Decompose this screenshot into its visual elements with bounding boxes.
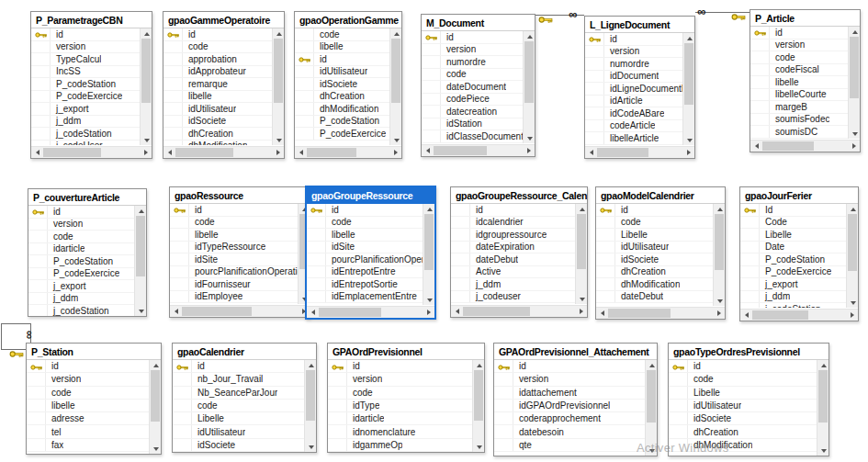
- scrollbar-track[interactable]: [608, 308, 713, 319]
- horizontal-scrollbar[interactable]: [295, 146, 401, 158]
- field-row[interactable]: libelleArticle: [585, 132, 682, 145]
- field-row[interactable]: id: [170, 204, 298, 217]
- scroll-right-icon[interactable]: [846, 310, 858, 321]
- scroll-up-icon[interactable]: [305, 360, 317, 370]
- scrollbar-thumb[interactable]: [762, 141, 814, 151]
- field-row[interactable]: idnomenclature: [328, 425, 472, 438]
- horizontal-scrollbar[interactable]: [422, 144, 535, 156]
- scroll-up-icon[interactable]: [135, 206, 147, 216]
- field-row[interactable]: dateDebut: [596, 291, 713, 304]
- scroll-up-icon[interactable]: [849, 27, 861, 37]
- relation-line-station-self-reference[interactable]: [1, 323, 31, 324]
- scrollbar-track[interactable]: [752, 310, 846, 321]
- scroll-down-icon[interactable]: [390, 135, 402, 145]
- field-row[interactable]: qte: [494, 439, 645, 452]
- scrollbar-thumb[interactable]: [463, 307, 530, 316]
- scroll-up-icon[interactable]: [141, 28, 152, 39]
- field-row[interactable]: id: [328, 360, 472, 373]
- field-row[interactable]: idDocument: [585, 71, 682, 84]
- field-row[interactable]: idUtilisateur: [596, 242, 713, 254]
- horizontal-scrollbar[interactable]: [585, 146, 694, 158]
- field-row[interactable]: P_codeStation: [295, 116, 389, 129]
- scroll-right-icon[interactable]: [682, 147, 694, 159]
- field-row[interactable]: code: [422, 69, 523, 82]
- table-header[interactable]: GPAOrdPrevisionnel: [328, 344, 484, 360]
- field-row[interactable]: P_codeExercice: [28, 268, 134, 281]
- scroll-down-icon[interactable]: [576, 294, 588, 304]
- scrollbar-thumb[interactable]: [597, 148, 648, 157]
- table-GPAOrdPrevisionnel[interactable]: GPAOrdPrevisionnelidversioncodeidTypeida…: [327, 343, 485, 453]
- field-row[interactable]: code: [596, 217, 713, 230]
- field-row[interactable]: idarticle: [328, 412, 472, 425]
- table-header[interactable]: gpaoOperationGamme: [295, 12, 401, 28]
- field-row[interactable]: idSociete: [596, 254, 713, 266]
- horizontal-scrollbar[interactable]: [740, 309, 858, 321]
- scroll-down-icon[interactable]: [423, 295, 435, 305]
- scroll-right-icon[interactable]: [848, 141, 860, 152]
- field-row[interactable]: idClasseDocument: [422, 130, 523, 143]
- scrollbar-thumb[interactable]: [43, 148, 101, 157]
- scrollbar-thumb[interactable]: [141, 39, 151, 103]
- field-row[interactable]: libelle: [307, 229, 423, 242]
- field-row[interactable]: dateDebut: [451, 254, 575, 266]
- scroll-up-icon[interactable]: [390, 28, 402, 39]
- field-row[interactable]: codePiece: [422, 94, 523, 107]
- field-row[interactable]: id: [494, 360, 645, 373]
- field-row[interactable]: id: [173, 360, 304, 373]
- field-row[interactable]: j_codeStation: [31, 128, 140, 141]
- field-row[interactable]: idSociete: [295, 78, 389, 91]
- scroll-left-icon[interactable]: [422, 145, 434, 157]
- field-row[interactable]: id: [31, 28, 140, 41]
- scroll-right-icon[interactable]: [140, 147, 152, 159]
- scroll-right-icon[interactable]: [423, 307, 434, 319]
- scroll-left-icon[interactable]: [307, 307, 319, 319]
- field-row[interactable]: Libelle: [596, 229, 713, 242]
- field-row[interactable]: idarticle: [28, 243, 134, 256]
- scroll-left-icon[interactable]: [750, 141, 762, 152]
- field-row[interactable]: id: [669, 360, 817, 373]
- field-row[interactable]: code: [295, 28, 389, 41]
- scroll-left-icon[interactable]: [31, 147, 43, 159]
- field-row[interactable]: id: [307, 204, 423, 217]
- field-row[interactable]: pourcPlanificationOperation: [307, 254, 423, 266]
- field-row[interactable]: Libelle: [740, 229, 846, 242]
- field-row[interactable]: libelleCourte: [750, 89, 848, 102]
- field-row[interactable]: P_codeExercice: [740, 266, 846, 279]
- field-row[interactable]: idcalendrier: [451, 217, 575, 230]
- field-row[interactable]: soumisFodec: [750, 114, 848, 127]
- scrollbar-thumb[interactable]: [818, 370, 828, 423]
- scroll-left-icon[interactable]: [163, 147, 175, 159]
- scroll-left-icon[interactable]: [170, 306, 182, 318]
- field-row[interactable]: adresse: [27, 412, 149, 425]
- field-row[interactable]: soumisDC: [750, 126, 848, 139]
- table-header[interactable]: gpaoTypeOrdresPrevisionnel: [669, 344, 829, 360]
- field-row[interactable]: idgammeOp: [328, 439, 472, 452]
- scrollbar-track[interactable]: [319, 307, 423, 318]
- field-row[interactable]: id: [27, 360, 149, 373]
- scrollbar-thumb[interactable]: [752, 310, 808, 320]
- horizontal-scrollbar[interactable]: [750, 140, 860, 152]
- field-row[interactable]: idattachement: [494, 387, 645, 400]
- table-gpaoGroupeRessource[interactable]: gpaoGroupeRessourceidcodelibelleidSitepo…: [305, 186, 436, 320]
- table-header[interactable]: L_LigneDocument: [585, 17, 694, 33]
- scroll-right-icon[interactable]: [523, 145, 535, 157]
- field-row[interactable]: version: [27, 373, 149, 386]
- scroll-down-icon[interactable]: [473, 442, 485, 452]
- vertical-scrollbar[interactable]: [389, 28, 401, 145]
- field-row[interactable]: id: [750, 27, 848, 39]
- field-row[interactable]: code: [328, 387, 472, 400]
- table-gpaoModelCalendrier[interactable]: gpaoModelCalendrieridcodeLibelleidUtilis…: [595, 186, 726, 320]
- field-row[interactable]: code: [163, 41, 272, 54]
- field-row[interactable]: j_export: [740, 278, 846, 291]
- scrollbar-thumb[interactable]: [715, 214, 724, 270]
- field-row[interactable]: version: [422, 44, 523, 57]
- field-row[interactable]: libelle: [163, 91, 272, 104]
- field-row[interactable]: j_ddm: [31, 116, 140, 129]
- scroll-left-icon[interactable]: [596, 308, 608, 320]
- field-row[interactable]: nb_Jour_Travail: [173, 373, 304, 386]
- scrollbar-thumb[interactable]: [474, 370, 483, 421]
- scroll-left-icon[interactable]: [451, 306, 463, 318]
- vertical-scrollbar[interactable]: [134, 206, 146, 316]
- table-header[interactable]: gpaoCalendrier: [173, 344, 316, 360]
- field-row[interactable]: idUtilisateur: [295, 66, 389, 79]
